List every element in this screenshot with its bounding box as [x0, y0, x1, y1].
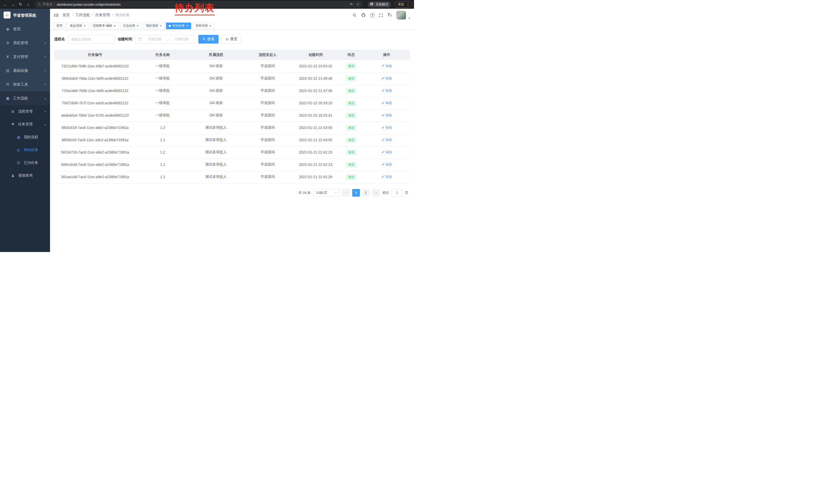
- key-icon[interactable]: [349, 2, 353, 7]
- github-icon[interactable]: [361, 13, 366, 17]
- avatar[interactable]: [396, 11, 406, 19]
- tab[interactable]: 流程表单-编辑 ×: [90, 22, 119, 29]
- sidebar-item[interactable]: 基础设施: [0, 63, 50, 78]
- incognito-icon: [370, 3, 374, 6]
- close-icon[interactable]: ×: [137, 24, 139, 28]
- next-page-button[interactable]: ›: [372, 189, 380, 197]
- search-button[interactable]: 搜索: [198, 35, 218, 44]
- sidebar-item[interactable]: 首页: [0, 22, 50, 36]
- search-icon[interactable]: [353, 13, 357, 17]
- process-manage-icon: [10, 109, 15, 113]
- table-header-row: 任务编号任务名称所属流程流程发起人创建时间状态操作: [54, 50, 410, 60]
- sidebar-item[interactable]: 待办任务: [0, 144, 50, 156]
- status-badge: 激活: [346, 125, 357, 131]
- process-name-input[interactable]: [68, 35, 115, 44]
- collapse-sidebar-icon[interactable]: [54, 13, 58, 17]
- sidebar-item[interactable]: 我的流程: [0, 131, 50, 144]
- process-cell: 测试多审批人: [189, 122, 243, 134]
- chevron-down-icon: [335, 191, 336, 194]
- breadcrumb-item[interactable]: 待办任务: [110, 13, 130, 17]
- browser-chrome: 不安全 dashboard.yudao.iocoder.cn/bpm/task/…: [0, 0, 414, 9]
- sidebar-item[interactable]: 研发工具: [0, 78, 50, 91]
- breadcrumb-item[interactable]: 工作流程: [70, 13, 90, 17]
- breadcrumb-item[interactable]: 首页: [63, 13, 70, 17]
- approve-link[interactable]: 审批: [381, 162, 392, 167]
- close-icon[interactable]: ×: [84, 24, 86, 28]
- tab[interactable]: 待办任务 ×: [166, 22, 191, 29]
- font-size-icon[interactable]: [387, 13, 392, 17]
- menu-dots-icon[interactable]: [406, 3, 410, 6]
- address-bar[interactable]: 不安全 dashboard.yudao.iocoder.cn/bpm/task/…: [35, 1, 363, 8]
- sidebar-item[interactable]: 支付管理: [0, 50, 50, 63]
- sidebar-item[interactable]: 流程管理: [0, 105, 50, 118]
- tab[interactable]: 我的流程 ×: [143, 22, 165, 29]
- starter-cell: 芋道源码: [243, 158, 292, 171]
- help-icon[interactable]: [370, 13, 374, 17]
- approve-link[interactable]: 审批: [381, 175, 392, 179]
- action-cell: 审批: [364, 60, 410, 72]
- approve-link[interactable]: 审批: [381, 101, 392, 105]
- home-icon: [5, 27, 10, 31]
- update-button[interactable]: 更新: [395, 1, 412, 8]
- date-range-picker[interactable]: 开始日期 - 结束日期: [135, 35, 195, 44]
- task-id-cell: 580e1b3d-7ac8-11ec-a9e2-a2380e71991a: [54, 158, 136, 171]
- search-button-icon: [202, 37, 206, 41]
- approve-link[interactable]: 审批: [381, 64, 392, 68]
- page-size-select[interactable]: 10条/页: [313, 189, 339, 197]
- approve-link[interactable]: 审批: [381, 125, 392, 130]
- tab[interactable]: 首页: [54, 22, 66, 29]
- browser-back-icon[interactable]: [2, 1, 8, 7]
- tab[interactable]: 流程详情 ×: [193, 22, 214, 29]
- bookmark-star-icon[interactable]: [356, 2, 360, 7]
- url-text[interactable]: dashboard.yudao.iocoder.cn/bpm/task/todo: [57, 3, 347, 6]
- process-cell: OA 请假: [189, 60, 243, 72]
- create-time-cell: 2022-01-22 20:33:10: [292, 97, 339, 109]
- page-number-button[interactable]: 2: [362, 189, 370, 197]
- tab[interactable]: 发起流程 ×: [67, 22, 88, 29]
- starter-cell: 芋道源码: [243, 60, 292, 72]
- column-header: 创建时间: [292, 50, 339, 60]
- status-badge: 激活: [346, 137, 357, 143]
- avatar-caret-icon[interactable]: [409, 17, 410, 19]
- end-date-placeholder[interactable]: 结束日期: [171, 37, 192, 42]
- browser-home-icon[interactable]: [25, 1, 31, 7]
- edit-icon: [381, 126, 384, 130]
- approve-link[interactable]: 审批: [381, 138, 392, 142]
- total-count: 共 16 条: [298, 190, 310, 195]
- browser-forward-icon[interactable]: [10, 1, 16, 7]
- sidebar-item[interactable]: 系统管理: [0, 36, 50, 50]
- starter-cell: 芋道源码: [243, 171, 292, 183]
- close-icon[interactable]: ×: [160, 24, 162, 28]
- status-cell: 激活: [339, 60, 364, 72]
- sidebar-item[interactable]: 工作流程: [0, 91, 50, 105]
- sidebar-item[interactable]: 任务管理: [0, 118, 50, 131]
- prev-page-button[interactable]: ‹: [342, 189, 349, 197]
- tab[interactable]: 已办任务 ×: [120, 22, 141, 29]
- reset-button[interactable]: 重置: [222, 35, 242, 44]
- edit-icon: [381, 101, 384, 105]
- browser-refresh-icon[interactable]: [17, 1, 24, 7]
- sidebar-item[interactable]: 请假查询: [0, 169, 50, 182]
- page-number-button[interactable]: 1: [352, 189, 360, 197]
- close-icon[interactable]: ×: [114, 24, 116, 28]
- approve-link[interactable]: 审批: [381, 150, 392, 154]
- start-date-placeholder[interactable]: 开始日期: [144, 37, 165, 42]
- approve-link[interactable]: 审批: [381, 76, 392, 81]
- breadcrumb-item[interactable]: 任务管理: [90, 13, 110, 17]
- edit-icon: [381, 64, 384, 68]
- fullscreen-icon[interactable]: [379, 13, 383, 17]
- top-navbar: 首页 工作流程 任务管理 待办任务: [50, 9, 414, 21]
- approve-link[interactable]: 审批: [381, 113, 392, 118]
- task-id-cell: 75d72608-7b7f-11ec-a3c8-acde48001122: [54, 97, 136, 109]
- close-icon[interactable]: ×: [209, 24, 211, 28]
- app-logo[interactable]: 芋道管理系统: [0, 9, 50, 22]
- goto-page-input[interactable]: [392, 189, 403, 197]
- action-cell: 审批: [364, 122, 410, 134]
- edit-icon: [381, 150, 384, 154]
- sidebar-item[interactable]: 已办任务: [0, 156, 50, 169]
- status-badge: 激活: [346, 149, 357, 155]
- approve-link[interactable]: 审批: [381, 88, 392, 93]
- create-time-cell: 2022-01-22 23:53:32: [292, 60, 339, 72]
- status-cell: 激活: [339, 158, 364, 171]
- close-icon[interactable]: ×: [186, 24, 188, 28]
